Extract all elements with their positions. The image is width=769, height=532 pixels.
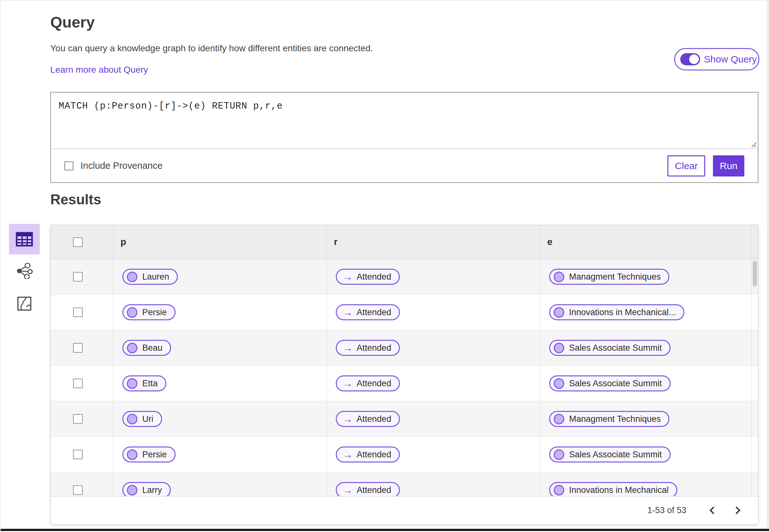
row-checkbox[interactable] [73,272,83,282]
select-all-checkbox[interactable] [73,237,83,247]
node-circle-icon [554,485,564,495]
clear-button[interactable]: Clear [667,155,705,176]
query-panel-footer: Include Provenance Clear Run [51,149,758,183]
entity-pill[interactable]: Beau [122,340,171,356]
previous-page-button[interactable] [705,503,720,518]
arrow-right-icon: → [343,450,353,460]
target-pill[interactable]: Sales Associate Summit [549,446,671,462]
query-editor-input[interactable]: MATCH (p:Person)-[r]->(e) RETURN p,r,e [51,93,758,149]
relationship-pill[interactable]: → Attended [336,446,400,462]
entity-pill[interactable]: Persie [122,304,176,320]
node-circle-icon [554,414,564,424]
toggle-on-icon [680,53,700,65]
relationship-pill-label: Attended [356,485,391,495]
relationship-pill-label: Attended [356,450,391,460]
table-row: Etta → Attended Sales Associate Summit [51,366,758,401]
network-view-icon [16,263,33,279]
include-provenance-label: Include Provenance [80,160,162,171]
query-section-title: Query [50,13,95,31]
relationship-pill[interactable]: → Attended [336,375,400,391]
table-view-icon [16,232,33,247]
table-row: Beau → Attended Sales Associate Summit [51,330,758,366]
map-view-icon [17,296,32,311]
include-provenance-checkbox[interactable] [64,161,73,170]
target-pill-label: Sales Associate Summit [569,343,662,353]
query-description: You can query a knowledge graph to ident… [50,43,373,53]
arrow-right-icon: → [343,485,353,495]
node-circle-icon [127,449,137,460]
entity-pill-label: Beau [142,343,162,353]
node-circle-icon [127,272,137,282]
target-pill[interactable]: Sales Associate Summit [549,340,671,356]
relationship-pill[interactable]: → Attended [336,411,400,427]
table-scrollbar-thumb[interactable] [753,261,757,286]
target-pill-label: Managment Techniques [569,414,661,424]
table-row: Persie → Attended Sales Associate Summit [51,437,758,472]
resize-handle-icon[interactable] [749,140,757,148]
table-view-button[interactable] [9,224,40,254]
results-table-body: Lauren → Attended Managment Techniques P… [51,259,758,496]
relationship-pill[interactable]: → Attended [336,304,400,320]
target-pill[interactable]: Innovations in Mechanical [549,482,677,496]
column-header-r: r [327,237,337,247]
arrow-right-icon: → [343,379,353,389]
node-circle-icon [554,307,564,318]
node-circle-icon [127,307,137,318]
relationship-pill-label: Attended [356,307,391,317]
map-view-button[interactable] [9,296,40,312]
show-query-toggle[interactable]: Show Query [674,48,759,70]
relationship-pill[interactable]: → Attended [336,340,400,356]
node-circle-icon [127,378,137,389]
row-checkbox[interactable] [73,343,83,353]
row-checkbox[interactable] [73,450,83,459]
relationship-pill-label: Attended [356,414,391,424]
row-checkbox[interactable] [73,485,83,495]
results-table-header: p r e [51,225,758,259]
table-row: Persie → Attended Innovations in Mechani… [51,295,758,330]
relationship-pill[interactable]: → Attended [336,269,400,285]
target-pill[interactable]: Managment Techniques [549,269,669,285]
node-circle-icon [127,414,137,424]
entity-pill[interactable]: Etta [122,375,166,391]
entity-pill-label: Etta [142,379,158,389]
entity-pill-label: Larry [142,485,162,495]
entity-pill[interactable]: Uri [122,411,162,427]
entity-pill-label: Lauren [142,272,169,282]
pagination-range: 1-53 of 53 [647,505,686,515]
entity-pill[interactable]: Lauren [122,269,178,285]
row-checkbox[interactable] [73,379,83,388]
target-pill[interactable]: Sales Associate Summit [549,375,671,391]
entity-pill-label: Persie [142,307,167,317]
results-table: p r e Lauren → Attended Managment Techni [50,225,758,525]
relationship-pill[interactable]: → Attended [336,482,400,496]
node-circle-icon [554,449,564,460]
target-pill-label: Innovations in Mechanical [569,485,669,495]
query-panel: MATCH (p:Person)-[r]->(e) RETURN p,r,e I… [50,92,758,183]
node-circle-icon [554,343,564,353]
entity-pill[interactable]: Larry [122,482,171,496]
chevron-left-icon [709,506,717,514]
network-view-button[interactable] [9,263,40,279]
query-editor-wrap: MATCH (p:Person)-[r]->(e) RETURN p,r,e [51,93,758,149]
node-circle-icon [554,378,564,389]
target-pill[interactable]: Innovations in Mechanical... [549,304,684,320]
relationship-pill-label: Attended [356,272,391,282]
table-row: Uri → Attended Managment Techniques [51,401,758,437]
row-checkbox[interactable] [73,307,83,317]
entity-pill[interactable]: Persie [122,446,176,462]
arrow-right-icon: → [343,307,353,317]
target-pill-label: Managment Techniques [569,272,661,282]
column-header-p: p [113,237,126,247]
next-page-button[interactable] [730,503,745,518]
target-pill-label: Innovations in Mechanical... [569,307,676,317]
column-header-e: e [540,237,552,247]
run-button[interactable]: Run [713,155,744,176]
results-view-rail [9,224,40,328]
row-checkbox[interactable] [73,414,83,424]
target-pill[interactable]: Managment Techniques [549,411,669,427]
learn-more-link[interactable]: Learn more about Query [50,65,148,75]
entity-pill-label: Persie [142,450,167,460]
chevron-right-icon [732,506,740,514]
node-circle-icon [127,485,137,495]
node-circle-icon [127,343,137,353]
